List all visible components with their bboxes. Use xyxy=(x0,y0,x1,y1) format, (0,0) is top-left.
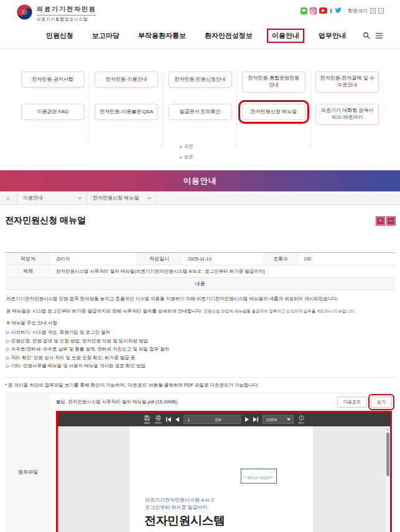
breadcrumb: ⌂ 이용안내 전자민원신청 매뉴얼 xyxy=(0,191,400,205)
pdf-doc-title: 전자민원시스템 xyxy=(144,513,225,529)
megamenu-item-application-guide[interactable]: 전자민원-민원신청안내 xyxy=(169,71,232,88)
scroll-up-icon[interactable]: ▲ xyxy=(385,426,390,431)
pdf-print-icon[interactable]: PRINT xyxy=(154,415,162,424)
megamenu-item-application-manual[interactable]: 전자민원신청 매뉴얼 xyxy=(242,104,305,120)
views-value: 192 xyxy=(299,253,395,265)
megamenu-column-3: 전자민원-민원신청안내 발급문서 진위확인 국문 영문 xyxy=(163,71,236,146)
home-icon[interactable]: ⌂ xyxy=(0,191,17,204)
content-paragraph-1: 의료기기전자민원시스템 민원 업무 편의성을 높이고 효율적인 시스템 이용을 … xyxy=(6,295,394,303)
main-content: 전자민원신청 매뉴얼 + − 작성자 관리자 작성일시 2025-11-13 조… xyxy=(0,215,400,532)
pdf-zoom-level: 100% xyxy=(266,418,277,422)
pdf-next-page-icon[interactable] xyxy=(245,417,249,422)
bullet-item: ▷ 처리 확인: 민원 심사 처리 및 보완 요청 확인, 허가증 발급 등 xyxy=(6,354,394,362)
blog-icon[interactable] xyxy=(300,7,307,14)
header-utility: f | 화면크기 + − xyxy=(300,4,384,14)
screen-size-decrease-button[interactable]: − xyxy=(378,8,384,14)
pdf-page-indicator[interactable]: 1 /24 xyxy=(184,415,241,424)
attachment-file-row: 붙임. 전자민원시스템 사무처리 절차 매뉴얼.pdf (15.09MB) 다운… xyxy=(56,396,392,408)
megamenu-column-5: 전자민원-전자결제 및 수수료안내 의료기기 대화형 검색서비스 바로가기 xyxy=(310,71,384,146)
views-label: 조회수 xyxy=(263,253,299,265)
writer-label: 작성자 xyxy=(5,253,51,265)
bullet-dot-icon xyxy=(180,157,182,158)
nav-item-adverse-event[interactable]: 부작용환자통보 xyxy=(134,29,190,42)
attachment-filename: 붙임. 전자민원시스템 사무처리 절차 매뉴얼.pdf (15.09MB) xyxy=(56,399,333,405)
pdf-save-icon[interactable]: SAVE xyxy=(144,415,150,424)
pdf-scrollbar[interactable]: ▲ xyxy=(384,426,390,532)
screen-size-increase-button[interactable]: + xyxy=(370,8,376,14)
chevron-down-icon xyxy=(147,196,151,200)
content-bullet-list: ▷ 시작하기: 시스템 개요, 회원가입 및 로그인 절차 ▷ 민원신청: 민원… xyxy=(6,329,394,370)
global-nav: 민원신청 보고마당 부작용환자통보 환자안전성정보 이용안내 업무안내 xyxy=(16,23,384,48)
page-banner: 이용안내 xyxy=(0,170,400,191)
logo-subtitle: 의료기기통합정보시스템 xyxy=(37,15,96,22)
post-title-value: 전자민원시스템 사무처리 절차 매뉴얼(의료기기전자민원시스템 A to Z :… xyxy=(51,265,395,277)
banner-title: 이용안내 xyxy=(184,176,217,186)
site-logo[interactable]: 의료기기전자민원 의료기기통합정보시스템 xyxy=(16,4,96,23)
megamenu-item-usage-guide[interactable]: 전자민원-이용안내 xyxy=(95,71,158,88)
megamenu-item-document-verify[interactable]: 발급문서 진위확인 xyxy=(169,104,232,120)
megamenu-item-notice[interactable]: 전자민원-공지사항 xyxy=(21,71,85,88)
instagram-icon[interactable] xyxy=(310,7,317,14)
megamenu-item-integrated-guide[interactable]: 전자민원-통합운영민원안내 xyxy=(242,71,305,93)
pdf-toolbar: SAVE PRINT 1 /24 xyxy=(58,413,390,426)
logo-title: 의료기기전자민원 xyxy=(37,5,96,14)
font-zoom-in-button[interactable]: + xyxy=(376,217,384,225)
youtube-icon[interactable] xyxy=(319,7,327,14)
table-row-title: 제목 전자민원시스템 사무처리 절차 매뉴얼(의료기기전자민원시스템 A to … xyxy=(5,265,395,278)
title-label: 제목 xyxy=(5,265,51,277)
menu-icon[interactable] xyxy=(376,32,383,40)
twitter-icon[interactable] xyxy=(335,7,342,14)
breadcrumb-usage-guide[interactable]: 이용안내 xyxy=(17,191,87,204)
writer-value: 관리자 xyxy=(51,253,136,265)
megamenu-item-faq[interactable]: 이용관련 FAQ xyxy=(21,104,85,120)
megamenu-item-epayment-fee[interactable]: 전자민원-전자결제 및 수수료안내 xyxy=(315,71,379,93)
content-note-title: ※ 매뉴얼 주요 안내 사항 xyxy=(6,319,394,327)
megamenu-subitem-korean[interactable]: 국문 xyxy=(180,144,236,150)
content-header: 내용 xyxy=(5,278,395,290)
pdf-current-page: 1 xyxy=(187,418,190,422)
date-label: 작성일시 xyxy=(136,253,183,265)
pdf-page: 국민 안심이 기준입니다 YOUR SAFETY IS OUR STANDARD… xyxy=(129,426,313,532)
megamenu-item-search-service[interactable]: 의료기기 대화형 검색서비스 바로가기 xyxy=(315,104,379,125)
nav-item-work-guide[interactable]: 업무안내 xyxy=(314,29,350,42)
megamenu-column-1: 전자민원-공지사항 이용관련 FAQ xyxy=(16,71,89,146)
facebook-icon[interactable]: f xyxy=(330,7,332,14)
content-footnote: * 본 게시물 하단의 첨부파일 보기를 통해 확인이 가능하며, '다운로드'… xyxy=(5,382,395,388)
bullet-dot-icon xyxy=(180,146,182,148)
date-value: 2025-11-13 xyxy=(183,253,263,265)
download-button[interactable]: 다운로드 xyxy=(337,397,367,408)
bullet-item: ▷ 수수료/면허세: 수수료 납부 및 환불 정책, 면허세 자진신고 및 파일… xyxy=(6,346,394,353)
chevron-down-icon xyxy=(78,196,81,200)
nav-item-usage-guide[interactable]: 이용안내 xyxy=(267,29,304,43)
megamenu-panel: 전자민원-공지사항 이용관련 FAQ 전자민원-이용안내 전자민원-이용불편 Q… xyxy=(0,48,400,165)
font-zoom-out-button[interactable]: − xyxy=(387,217,395,225)
bullet-item: ▷ 시작하기: 시스템 개요, 회원가입 및 로그인 절차 xyxy=(6,329,394,336)
pdf-info-icon[interactable]: INFO xyxy=(298,415,304,424)
site-header: 의료기기전자민원 의료기기통합정보시스템 f | 화면크기 + − 민원신청 xyxy=(0,0,400,48)
megamenu-column-4: 전자민원-통합운영민원안내 전자민원신청 매뉴얼 xyxy=(236,71,310,146)
page-title: 전자민원신청 매뉴얼 xyxy=(5,215,86,226)
nav-item-civil-application[interactable]: 민원신청 xyxy=(42,29,78,42)
megamenu-column-2: 전자민원-이용안내 전자민원-이용불편 Q&A xyxy=(89,71,162,146)
content-paragraph-2: 본 매뉴얼은 시스템 로그인부터 허가증 발급까지의 전체 사무처리 절차를 상… xyxy=(6,308,394,315)
megamenu-subitem-english[interactable]: 영문 xyxy=(180,154,236,160)
board-detail-table: 작성자 관리자 작성일시 2025-11-13 조회수 192 제목 전자민원시… xyxy=(5,252,395,378)
pdf-viewer: SAVE PRINT 1 /24 xyxy=(56,411,392,532)
mfds-slogan-sub: YOUR SAFETY IS OUR STANDARD xyxy=(241,476,274,479)
pdf-prev-page-icon[interactable] xyxy=(175,417,179,422)
breadcrumb-application-manual[interactable]: 전자민원신청 매뉴얼 xyxy=(87,191,157,204)
scrollbar-thumb[interactable] xyxy=(386,433,389,476)
nav-item-report[interactable]: 보고마당 xyxy=(88,29,124,42)
chevron-down-icon xyxy=(287,418,291,421)
pdf-last-page-icon[interactable] xyxy=(253,417,258,422)
nav-item-patient-safety[interactable]: 환자안전성정보 xyxy=(200,29,257,42)
pdf-first-page-icon[interactable] xyxy=(166,417,171,422)
pdf-doc-subtitle: 의료기기전자민원시스템 A to Z 로그인부터 허가증 발급까지 xyxy=(145,497,214,512)
pdf-zoom-select[interactable]: 100% xyxy=(263,415,294,424)
attachment-label: 첨부파일 xyxy=(5,393,51,532)
view-button[interactable]: 보기 xyxy=(371,397,392,408)
search-icon[interactable] xyxy=(363,32,370,40)
pdf-document-area: 국민 안심이 기준입니다 YOUR SAFETY IS OUR STANDARD… xyxy=(58,426,390,532)
megamenu-item-qna[interactable]: 전자민원-이용불편 Q&A xyxy=(95,104,158,120)
government-emblem-icon xyxy=(16,4,33,23)
